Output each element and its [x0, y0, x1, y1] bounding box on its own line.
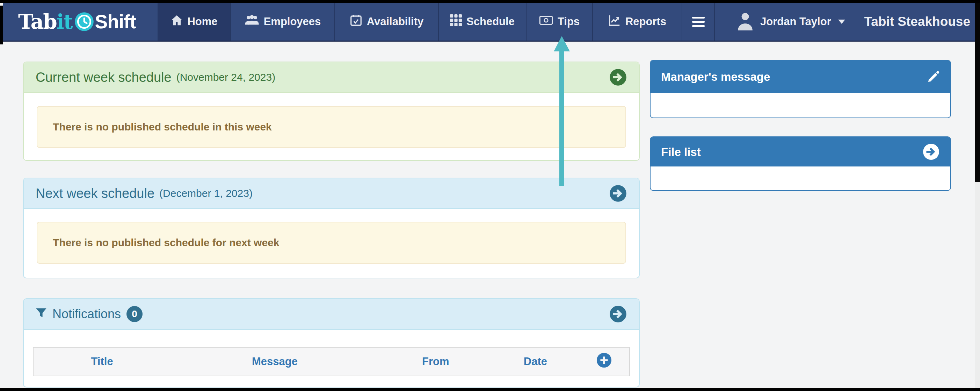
annotation-arrow-shaft — [559, 51, 564, 186]
nav-item-employees[interactable]: Employees — [230, 3, 334, 41]
brand-text-tab: Tab — [18, 11, 57, 32]
person-icon — [737, 11, 754, 32]
calendar-check-icon — [350, 14, 362, 29]
circle-arrow-right-icon[interactable] — [609, 305, 627, 323]
file-list-panel: File list — [650, 136, 951, 191]
circle-arrow-right-icon[interactable] — [609, 184, 627, 203]
notifications-header: Notifications 0 — [24, 299, 639, 330]
column-header-title[interactable]: Title — [33, 355, 170, 368]
managers-message-header: Manager's message — [651, 61, 950, 93]
notifications-table-header: Title Message From Date — [33, 347, 630, 376]
panel-title: File list — [661, 146, 701, 158]
page-scrollbar[interactable] — [975, 3, 980, 388]
circle-arrow-right-icon[interactable] — [922, 143, 940, 161]
column-header-message[interactable]: Message — [170, 355, 379, 368]
nav-item-label: Employees — [264, 15, 321, 28]
file-list-header: File list — [651, 137, 950, 166]
page-background: Tab it Shift Home Employees Avai — [0, 3, 975, 388]
next-week-header: Next week schedule (December 1, 2023) — [24, 178, 639, 209]
money-icon — [539, 15, 553, 29]
panel-title: Next week schedule — [36, 187, 154, 200]
employees-icon — [245, 14, 259, 29]
column-header-from[interactable]: From — [379, 355, 492, 368]
nav-item-schedule[interactable]: Schedule — [438, 3, 526, 41]
hamburger-icon — [692, 17, 705, 19]
hamburger-menu-button[interactable] — [682, 3, 715, 41]
brand-text-shift: Shift — [95, 12, 136, 32]
funnel-icon[interactable] — [36, 308, 47, 320]
panel-date: (December 1, 2023) — [159, 188, 253, 199]
home-icon — [171, 15, 183, 29]
chart-line-icon — [608, 14, 621, 29]
no-schedule-alert: There is no published schedule for next … — [37, 222, 626, 264]
nav-item-label: Tips — [558, 15, 580, 28]
no-schedule-alert: There is no published schedule in this w… — [37, 106, 626, 148]
nav-item-label: Reports — [625, 15, 666, 28]
managers-message-panel: Manager's message — [650, 60, 951, 118]
top-navbar: Tab it Shift Home Employees Avai — [3, 3, 975, 41]
brand-logo[interactable]: Tab it Shift — [18, 3, 136, 41]
grid-icon — [450, 14, 462, 29]
nav-item-home[interactable]: Home — [158, 3, 230, 41]
column-header-date[interactable]: Date — [492, 355, 579, 368]
panel-title: Notifications — [52, 308, 121, 320]
nav-menu: Home Employees Availability Schedule Tip… — [158, 3, 682, 41]
window-edge-bottom — [0, 388, 980, 391]
user-menu[interactable]: Jordan Taylor — [737, 3, 845, 41]
notifications-count-badge: 0 — [126, 306, 143, 322]
restaurant-name: Tabit Steakhouse — [864, 3, 970, 41]
pencil-icon[interactable] — [927, 70, 940, 83]
current-week-header: Current week schedule (November 24, 2023… — [24, 62, 639, 93]
plus-circle-icon — [596, 352, 612, 371]
app-root: Tab it Shift Home Employees Avai — [0, 0, 980, 391]
circle-arrow-right-icon[interactable] — [609, 68, 627, 86]
user-name: Jordan Taylor — [760, 15, 831, 28]
chevron-down-icon — [838, 19, 845, 24]
panel-title: Current week schedule — [36, 71, 172, 84]
next-week-panel: Next week schedule (December 1, 2023) Th… — [23, 178, 640, 278]
nav-item-reports[interactable]: Reports — [592, 3, 682, 41]
nav-item-tips[interactable]: Tips — [526, 3, 592, 41]
current-week-panel: Current week schedule (November 24, 2023… — [23, 62, 640, 161]
nav-item-label: Home — [187, 15, 217, 28]
clock-icon — [75, 12, 94, 32]
nav-item-availability[interactable]: Availability — [334, 3, 438, 41]
window-edge-left — [0, 6, 3, 45]
brand-text-it: it — [57, 11, 72, 32]
annotation-arrow-head — [554, 36, 570, 51]
window-edge-top — [0, 0, 980, 3]
scrollbar-thumb[interactable] — [975, 3, 980, 182]
nav-item-label: Availability — [367, 15, 424, 28]
notifications-panel: Notifications 0 Title Message From Date — [23, 298, 640, 388]
nav-item-label: Schedule — [466, 15, 515, 28]
panel-date: (November 24, 2023) — [177, 72, 275, 83]
add-notification-button[interactable] — [579, 352, 629, 371]
panel-title: Manager's message — [661, 71, 770, 83]
